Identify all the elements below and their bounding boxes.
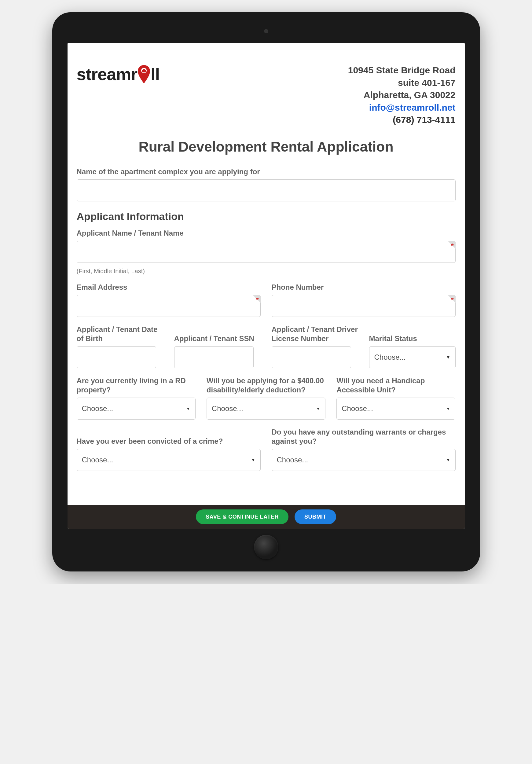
warrants-label: Do you have any outstanding warrants or … [271, 428, 455, 446]
ssn-input[interactable] [174, 346, 254, 368]
deduction-label: Will you be applying for a $400.00 disab… [207, 376, 325, 395]
phone-input[interactable] [271, 295, 455, 317]
crime-select[interactable]: Choose... ▼ [77, 449, 261, 471]
company-address: 10945 State Bridge Road suite 401-167 Al… [348, 64, 455, 126]
applicant-section-heading: Applicant Information [77, 211, 455, 223]
name-input[interactable] [77, 241, 455, 263]
chevron-down-icon: ▼ [446, 406, 450, 411]
save-button[interactable]: SAVE & CONTINUE LATER [196, 509, 288, 524]
logo-text-2: ll [151, 64, 159, 84]
dl-label: Applicant / Tenant Driver License Number [271, 325, 358, 343]
chevron-down-icon: ▼ [251, 458, 256, 463]
tablet-frame: streamr ll 10945 State Bridge Road suite… [52, 12, 480, 571]
rd-value: Choose... [82, 404, 113, 413]
header: streamr ll 10945 State Bridge Road suite… [77, 64, 455, 126]
page-title: Rural Development Rental Application [77, 138, 455, 155]
home-button[interactable] [254, 535, 278, 559]
rd-select[interactable]: Choose... ▼ [77, 398, 196, 420]
dob-label: Applicant / Tenant Date of Birth [77, 325, 163, 343]
address-line3: Alpharetta, GA 30022 [348, 89, 455, 101]
map-pin-icon [137, 65, 151, 84]
name-hint: (First, Middle Initial, Last) [77, 268, 455, 275]
complex-label: Name of the apartment complex you are ap… [77, 167, 455, 176]
deduction-value: Choose... [212, 404, 243, 413]
submit-button[interactable]: SUBMIT [294, 509, 336, 524]
ssn-label: Applicant / Tenant SSN [174, 334, 261, 343]
name-label: Applicant Name / Tenant Name [77, 229, 455, 238]
marital-select[interactable]: Choose... ▼ [369, 346, 455, 368]
handicap-select[interactable]: Choose... ▼ [336, 398, 455, 420]
deduction-select[interactable]: Choose... ▼ [207, 398, 325, 420]
complex-input[interactable] [77, 179, 455, 201]
email-input[interactable] [77, 295, 261, 317]
logo: streamr ll [77, 64, 160, 84]
crime-value: Choose... [82, 456, 113, 464]
handicap-label: Will you need a Handicap Accessible Unit… [336, 376, 455, 395]
form-content: streamr ll 10945 State Bridge Road suite… [68, 43, 465, 505]
rd-label: Are you currently living in a RD propert… [77, 376, 196, 395]
address-line2: suite 401-167 [348, 77, 455, 89]
bottom-bar: SAVE & CONTINUE LATER SUBMIT [68, 505, 465, 529]
chevron-down-icon: ▼ [446, 458, 450, 463]
dob-input[interactable] [77, 346, 156, 368]
phone-label: Phone Number [271, 283, 455, 292]
warrants-value: Choose... [277, 456, 308, 464]
chevron-down-icon: ▼ [446, 355, 450, 360]
marital-label: Marital Status [369, 334, 455, 343]
handicap-value: Choose... [342, 404, 373, 413]
address-line1: 10945 State Bridge Road [348, 64, 455, 77]
chevron-down-icon: ▼ [316, 406, 320, 411]
chevron-down-icon: ▼ [186, 406, 190, 411]
email-label: Email Address [77, 283, 261, 292]
dl-input[interactable] [271, 346, 351, 368]
marital-value: Choose... [374, 353, 406, 361]
phone-text: (678) 713-4111 [348, 114, 455, 126]
warrants-select[interactable]: Choose... ▼ [271, 449, 455, 471]
logo-text-1: streamr [77, 64, 137, 84]
screen: streamr ll 10945 State Bridge Road suite… [68, 43, 465, 529]
email-link[interactable]: info@streamroll.net [369, 102, 455, 112]
crime-label: Have you ever been convicted of a crime? [77, 437, 261, 446]
